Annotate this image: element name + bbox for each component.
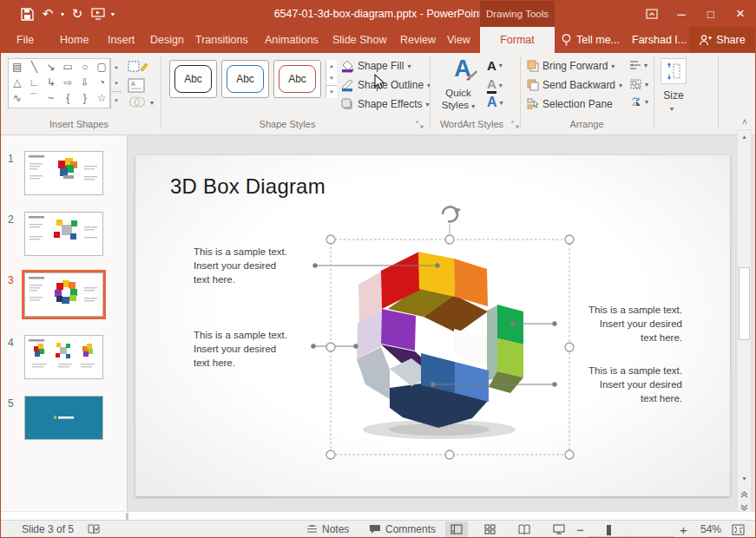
shape-arrow-icon[interactable]: ↘ — [43, 59, 60, 75]
slide-thumbnail-2[interactable] — [24, 212, 103, 256]
cube-face-green[interactable] — [497, 305, 523, 344]
share-button[interactable]: Share — [689, 27, 755, 53]
handle-top-left[interactable] — [326, 235, 335, 244]
rotate-handle[interactable] — [443, 207, 461, 234]
sample-text-right-bottom[interactable]: This is a sample text.Insert your desire… — [561, 364, 682, 405]
undo-dropdown[interactable]: ▾ — [58, 3, 67, 24]
panel-splitter[interactable] — [126, 513, 128, 520]
view-slideshow-button[interactable] — [548, 522, 570, 537]
gallery-more-button[interactable]: ▼ — [111, 91, 122, 108]
shape-triangle-icon[interactable]: △ — [9, 75, 26, 90]
wordart-dialog-launcher[interactable] — [511, 121, 520, 129]
save-button[interactable] — [16, 3, 37, 24]
gallery-scroll-up[interactable]: ▲ — [111, 58, 122, 75]
shape-rectangle-icon[interactable]: ▭ — [60, 59, 77, 75]
shape-style-chip-1[interactable]: Abc — [169, 60, 217, 98]
scroll-down-button[interactable]: ▼ — [738, 472, 751, 485]
fit-to-window-button[interactable] — [732, 521, 745, 538]
shape-left-brace-icon[interactable]: { — [60, 90, 77, 106]
shape-arc-icon[interactable]: ⌒ — [26, 90, 43, 106]
vertical-scrollbar[interactable]: ▲ ▼ — [737, 129, 752, 515]
styles-scroll-up[interactable]: ▲ — [326, 60, 337, 72]
handle-bottom-center[interactable] — [445, 450, 454, 459]
styles-scroll-down[interactable]: ▼ — [326, 72, 337, 84]
close-button[interactable]: × — [726, 1, 755, 27]
sample-text-left-bottom[interactable]: This is a sample text.Insert your desire… — [194, 328, 306, 370]
zoom-slider[interactable] — [588, 528, 674, 538]
slide-thumbnail-5[interactable] — [24, 396, 103, 440]
text-box-button[interactable]: A — [128, 78, 145, 93]
view-slide-sorter-button[interactable] — [478, 522, 501, 537]
account-name[interactable]: Farshad I... — [632, 27, 687, 53]
undo-button[interactable]: ↶ — [37, 3, 58, 24]
zoom-slider-thumb[interactable] — [607, 525, 611, 535]
zoom-out-button[interactable]: − — [576, 521, 584, 538]
send-backward-button[interactable]: Send Backward▾ — [527, 77, 622, 93]
quick-styles-label-line2[interactable]: Styles ▾ — [433, 100, 483, 110]
tab-home[interactable]: Home — [51, 27, 97, 53]
customize-qat-button[interactable]: ▾ — [108, 3, 117, 24]
styles-more-button[interactable]: ▼ — [326, 85, 337, 98]
shape-rounded-rectangle-icon[interactable]: ▢ — [94, 59, 111, 75]
previous-slide-button[interactable] — [738, 488, 751, 501]
tell-me-box[interactable]: Tell me... — [561, 27, 620, 53]
align-button[interactable]: ▾ — [629, 60, 648, 70]
tab-insert[interactable]: Insert — [99, 27, 143, 53]
shape-scribble-icon[interactable]: ∿ — [9, 90, 26, 106]
comments-button[interactable]: Comments — [369, 521, 436, 538]
handle-top-center[interactable] — [445, 235, 454, 244]
chevron-down-icon[interactable]: ▾ — [670, 105, 674, 113]
shape-styles-dialog-launcher[interactable] — [416, 121, 424, 129]
shape-outline-button[interactable]: Shape Outline▾ — [341, 77, 431, 93]
quick-styles-button[interactable]: A — [445, 57, 480, 80]
shape-elbow-connector-icon[interactable]: ∟ — [26, 75, 43, 90]
redo-button[interactable]: ↻ — [67, 3, 88, 24]
rotate-button[interactable]: ▾ — [629, 96, 648, 108]
shape-block-arrow-down-icon[interactable]: ⇩ — [76, 75, 94, 90]
tab-transitions[interactable]: Transitions — [187, 27, 257, 53]
slide-thumbnail-3-selected[interactable] — [24, 272, 103, 317]
minimize-button[interactable]: ─ — [667, 1, 696, 27]
handle-middle-left[interactable] — [326, 343, 335, 351]
spellcheck-button[interactable] — [88, 521, 100, 538]
slide-indicator[interactable]: Slide 3 of 5 — [22, 521, 74, 538]
slide-thumbnail-1[interactable] — [24, 151, 103, 195]
tab-view[interactable]: View — [438, 27, 479, 53]
text-outline-button[interactable]: A▾ — [487, 76, 503, 94]
size-label[interactable]: Size — [658, 89, 689, 102]
slide-canvas[interactable]: 3D Box Diagram — [135, 155, 730, 496]
sample-text-left-top[interactable]: This is a sample text.Insert your desire… — [194, 245, 306, 286]
quick-styles-label-line1[interactable]: Quick — [433, 88, 483, 98]
sample-text-right-top[interactable]: This is a sample text.Insert your desire… — [561, 303, 682, 344]
shape-line-icon[interactable]: ╲ — [26, 59, 43, 75]
scrollbar-thumb[interactable] — [739, 267, 750, 340]
start-from-beginning-button[interactable] — [88, 3, 108, 24]
handle-bottom-left[interactable] — [326, 450, 335, 459]
zoom-level[interactable]: 54% — [700, 521, 721, 538]
tab-file[interactable]: File — [8, 27, 43, 53]
bring-forward-button[interactable]: Bring Forward▾ — [527, 58, 615, 74]
shape-fill-button[interactable]: Shape Fill▾ — [341, 58, 411, 74]
edit-shape-button[interactable] — [128, 60, 148, 73]
shape-pie-icon[interactable]: ◔ — [94, 75, 111, 90]
handle-top-right[interactable] — [565, 235, 574, 244]
shape-right-brace-icon[interactable]: } — [76, 90, 94, 106]
text-fill-button[interactable]: A▾ — [487, 58, 503, 73]
shape-curve-icon[interactable]: ~ — [43, 90, 60, 106]
collapse-ribbon-button[interactable]: ˄ — [738, 116, 752, 128]
ribbon-display-options-button[interactable] — [637, 1, 667, 27]
shape-block-arrow-right-icon[interactable]: ⇨ — [60, 75, 77, 90]
shape-oval-icon[interactable]: ○ — [76, 59, 94, 75]
view-normal-button[interactable] — [445, 522, 468, 537]
tab-format[interactable]: Format — [480, 27, 555, 53]
shape-effects-button[interactable]: Shape Effects▾ — [341, 96, 430, 112]
zoom-in-button[interactable]: + — [680, 521, 687, 538]
shape-style-chip-3[interactable]: Abc — [273, 60, 321, 98]
shape-style-chip-2[interactable]: Abc — [221, 60, 269, 98]
tab-design[interactable]: Design — [141, 27, 193, 53]
notes-button[interactable]: Notes — [306, 521, 349, 538]
merge-shapes-button[interactable]: ▾ — [128, 95, 148, 108]
view-reading-button[interactable] — [513, 522, 536, 537]
handle-bottom-right[interactable] — [565, 450, 574, 459]
tab-animations[interactable]: Animations — [256, 27, 327, 53]
